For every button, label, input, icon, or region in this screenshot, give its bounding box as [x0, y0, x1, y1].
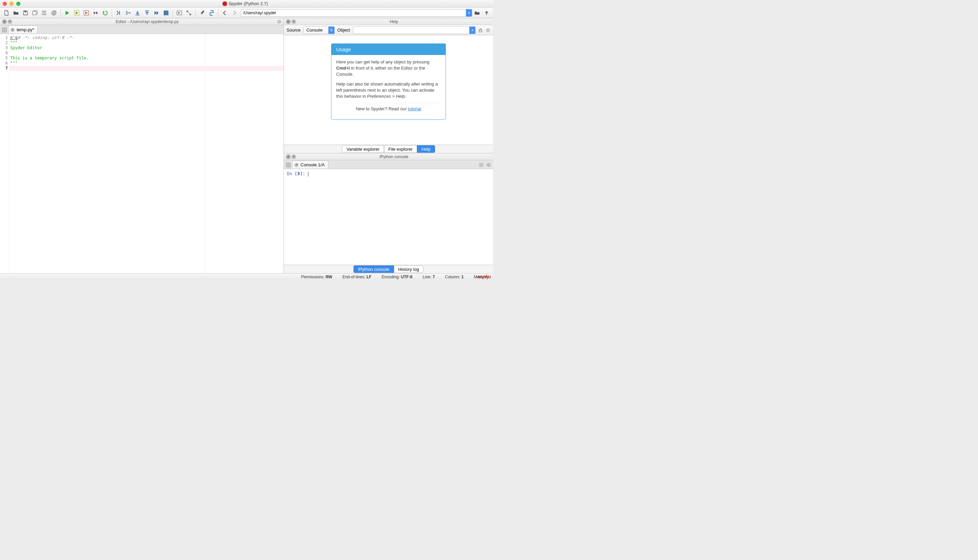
help-undock-icon[interactable]: ⧉ — [291, 19, 296, 24]
status-encoding: Encoding: UTF-8 — [382, 275, 412, 279]
svg-rect-0 — [25, 11, 27, 12]
status-permissions: Permissions: RW — [301, 275, 332, 279]
tab-close-icon[interactable]: ✕ — [10, 28, 15, 32]
new-file-button[interactable] — [2, 8, 11, 17]
nav-forward-button[interactable] — [230, 8, 239, 17]
console-output[interactable]: In [3]: — [284, 169, 493, 265]
prompt-pre: In [ — [287, 171, 297, 176]
svg-point-15 — [487, 29, 489, 31]
editor-pane-header: ✕ ⧉ Editor - /Users/ray/.spyder/temp.py — [0, 18, 284, 25]
usage-text-1: Here you can get help of any object by p… — [336, 59, 441, 78]
help-toolbar: Source Console ⇅ Object ▾ — [284, 25, 493, 35]
console-stop-icon[interactable] — [477, 161, 485, 169]
at-button[interactable]: @ — [50, 8, 58, 17]
svg-point-11 — [210, 11, 211, 12]
debug-step-in-button[interactable] — [133, 8, 142, 17]
parent-dir-button[interactable] — [482, 8, 491, 17]
object-dropdown-icon[interactable]: ▾ — [469, 27, 476, 34]
save-button[interactable] — [21, 8, 30, 17]
svg-point-12 — [278, 21, 280, 23]
tab-file-explorer[interactable]: File explorer — [384, 145, 417, 153]
preferences-button[interactable] — [198, 8, 207, 17]
save-all-button[interactable] — [30, 8, 39, 17]
object-label: Object — [337, 27, 350, 33]
prompt-num: 3 — [297, 171, 300, 176]
right-bottom-tabstrip: IPython console History log — [284, 265, 493, 273]
console-list-icon[interactable] — [285, 161, 292, 169]
code-area[interactable]: n'g# -*- coding: utf-8 -*- """ Spyder Ed… — [10, 34, 284, 273]
working-dir-input[interactable] — [241, 9, 471, 17]
editor-body[interactable]: 1234567 n'g# -*- coding: utf-8 -*- """ S… — [0, 34, 284, 273]
open-file-button[interactable] — [12, 8, 20, 17]
run-cell-button[interactable] — [72, 8, 81, 17]
rerun-button[interactable] — [101, 8, 110, 17]
console-options-icon[interactable] — [485, 161, 492, 169]
debug-step-out-button[interactable] — [143, 8, 152, 17]
svg-point-1 — [42, 11, 42, 12]
lock-icon[interactable] — [478, 28, 483, 33]
window-close-button[interactable] — [3, 2, 7, 6]
help-pane: ✕ ⧉ Help Source Console ⇅ Object ▾ — [284, 18, 493, 153]
working-dir-dropdown[interactable]: ▾ — [466, 9, 472, 17]
svg-point-10 — [203, 10, 204, 12]
tab-help[interactable]: Help — [417, 145, 435, 153]
window-titlebar: Spyder (Python 2.7) — [0, 0, 493, 7]
list-button[interactable] — [40, 8, 49, 17]
tab-variable-explorer[interactable]: Variable explorer — [342, 145, 384, 153]
console-tab[interactable]: ✕ Console 1/A — [292, 160, 329, 169]
run-config-button[interactable] — [175, 8, 184, 17]
run-cell-advance-button[interactable] — [82, 8, 91, 17]
object-input[interactable] — [353, 27, 476, 34]
browse-dir-button[interactable] — [473, 8, 482, 17]
usage-card: Usage Here you can get help of any objec… — [331, 43, 446, 120]
right-top-tabstrip: Variable explorer File explorer Help — [284, 145, 493, 153]
tab-history-log[interactable]: History log — [394, 265, 424, 273]
debug-button[interactable] — [114, 8, 123, 17]
tab-label: temp.py* — [17, 27, 34, 32]
run-button[interactable] — [63, 8, 72, 17]
help-close-icon[interactable]: ✕ — [286, 19, 291, 24]
run-selection-button[interactable] — [91, 8, 100, 17]
debug-step-button[interactable] — [124, 8, 132, 17]
tutorial-link[interactable]: tutorial — [408, 106, 421, 111]
editor-undock-icon[interactable]: ⧉ — [7, 19, 12, 24]
window-zoom-button[interactable] — [16, 2, 20, 6]
help-options-icon[interactable] — [486, 28, 491, 33]
ipython-tabbar: ✕ Console 1/A — [284, 160, 493, 169]
window-title: Spyder (Python 2.7) — [20, 1, 470, 7]
ipython-pane-header: ✕ ⧉ IPython console — [284, 153, 493, 160]
ipython-close-icon[interactable]: ✕ — [286, 155, 291, 159]
python-path-button[interactable] — [207, 8, 216, 17]
console-tab-close-icon[interactable]: ✕ — [294, 163, 299, 167]
maximize-button[interactable] — [184, 8, 193, 17]
prompt-post: ]: — [300, 171, 308, 176]
debug-continue-button[interactable] — [152, 8, 161, 17]
ipython-undock-icon[interactable]: ⧉ — [291, 155, 296, 159]
source-dropdown-icon[interactable]: ⇅ — [329, 27, 334, 34]
window-minimize-button[interactable] — [10, 2, 13, 6]
editor-close-icon[interactable]: ✕ — [2, 19, 7, 24]
source-label: Source — [287, 27, 300, 33]
svg-point-2 — [42, 13, 42, 13]
usage-heading: Usage — [331, 44, 446, 55]
tab-list-icon[interactable] — [1, 26, 8, 33]
status-line: Line: 7 — [423, 275, 435, 279]
ipython-pane-title: IPython console — [297, 155, 491, 159]
line-number-gutter: 1234567 — [0, 34, 10, 273]
svg-point-6 — [129, 12, 130, 13]
debug-stop-button[interactable] — [162, 8, 170, 17]
svg-rect-14 — [479, 30, 482, 32]
editor-file-tab[interactable]: ✕ temp.py* — [8, 25, 38, 33]
help-pane-title: Help — [297, 19, 491, 24]
svg-rect-7 — [135, 15, 140, 15]
main-toolbar: @ ▾ — [0, 7, 493, 18]
spyder-app-icon — [222, 2, 227, 6]
help-content: Usage Here you can get help of any objec… — [284, 35, 493, 145]
svg-point-17 — [487, 164, 490, 166]
editor-tabbar: ✕ temp.py* — [0, 25, 284, 34]
nav-back-button[interactable] — [220, 8, 229, 17]
editor-options-icon[interactable] — [277, 19, 282, 24]
tab-ipython-console[interactable]: IPython console — [354, 265, 394, 273]
usage-text-2: Help can also be shown automatically aft… — [336, 81, 441, 100]
tutorial-line: New to Spyder? Read our tutorial — [336, 106, 441, 112]
